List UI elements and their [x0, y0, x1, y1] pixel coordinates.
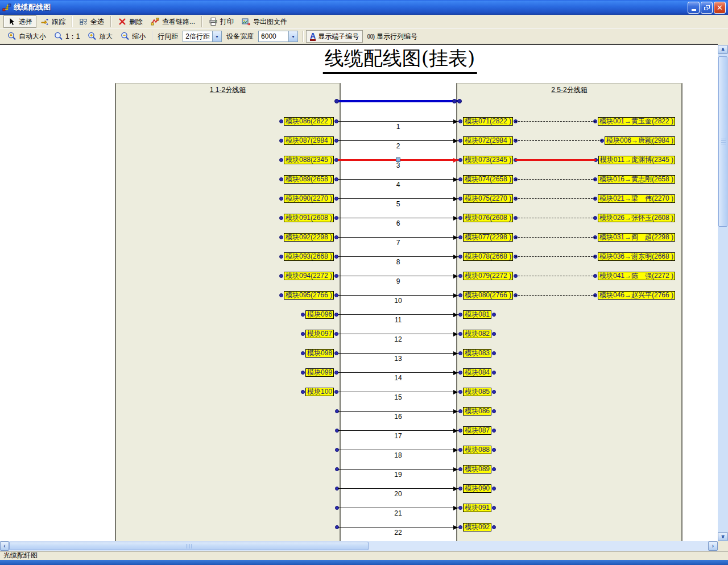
left-module-box[interactable]: 模块092(2298 ) — [284, 233, 334, 242]
cable-line[interactable] — [338, 218, 458, 218]
cable-line[interactable] — [338, 314, 458, 315]
delete-button[interactable]: 删除 — [114, 15, 147, 28]
minimize-button[interactable] — [688, 2, 700, 14]
cable-line[interactable] — [338, 256, 458, 257]
scroll-right-icon[interactable]: › — [708, 541, 718, 551]
cable-line[interactable] — [338, 334, 458, 334]
left-module-box[interactable]: 模块097 — [305, 330, 334, 338]
cable-line[interactable] — [338, 276, 458, 276]
show-terminal-number-button[interactable]: A 显示端子编号 — [306, 30, 363, 43]
left-module-box[interactable]: 模块089(2658 ) — [284, 175, 334, 184]
cable-line[interactable] — [515, 140, 602, 141]
middle-module-box[interactable]: 模块080(2766 ) — [463, 291, 513, 300]
right-module-box[interactable]: 模块046→赵兴平(2766 ) — [598, 291, 675, 300]
horizontal-scrollbar[interactable]: ‹ › — [0, 541, 718, 551]
export-image-button[interactable]: 导出图文件 — [238, 15, 291, 28]
right-module-box[interactable]: 模块021→梁 伟(2270 ) — [598, 194, 675, 203]
close-button[interactable]: ✕ — [714, 2, 726, 14]
select-all-button[interactable]: 全选 — [75, 15, 108, 28]
cable-line[interactable] — [515, 295, 595, 296]
left-module-box[interactable]: 模块098 — [305, 349, 334, 358]
cable-line[interactable] — [338, 179, 458, 180]
right-module-box[interactable]: 模块001→黄玉奎(2822 ) — [598, 117, 675, 126]
cable-line[interactable] — [515, 179, 595, 180]
scroll-down-icon[interactable]: ∨ — [718, 532, 728, 541]
middle-module-box[interactable]: 模块078(2668 ) — [463, 252, 513, 261]
middle-module-box[interactable]: 模块087 — [463, 426, 491, 435]
middle-module-box[interactable]: 模块088 — [463, 446, 491, 454]
cable-line[interactable] — [338, 353, 458, 354]
view-link-button[interactable]: 查看链路... — [147, 15, 199, 28]
vertical-scroll-thumb[interactable] — [718, 56, 727, 227]
cable-line[interactable] — [338, 140, 458, 141]
cable-line[interactable] — [338, 121, 458, 122]
diagram-canvas[interactable]: 线缆配线图(挂表) 1 1-2分线箱 2 5-2分线箱 模块086(2822 )… — [0, 44, 718, 541]
left-module-box[interactable]: 模块090(2270 ) — [284, 194, 334, 203]
cable-line[interactable] — [338, 508, 458, 508]
restore-button[interactable] — [701, 2, 713, 14]
middle-module-box[interactable]: 模块074(2658 ) — [463, 175, 513, 184]
cable-line[interactable] — [338, 488, 458, 489]
row-spacing-combobox[interactable]: 2倍行距 ▼ — [183, 31, 222, 42]
print-button[interactable]: 打印 — [205, 15, 238, 28]
cable-line[interactable] — [338, 295, 458, 296]
cable-line[interactable] — [338, 237, 458, 238]
left-module-box[interactable]: 模块093(2668 ) — [284, 252, 334, 261]
cable-line[interactable] — [515, 159, 596, 161]
dropdown-arrow-icon[interactable]: ▼ — [212, 31, 221, 41]
middle-module-box[interactable]: 模块072(2984 ) — [463, 136, 513, 145]
zoom-out-button[interactable]: 缩小 — [117, 30, 150, 43]
cable-line[interactable] — [515, 121, 595, 122]
right-module-box[interactable]: 模块036→谢东明(2668 ) — [598, 252, 675, 261]
zoom-in-button[interactable]: 放大 — [84, 30, 117, 43]
middle-module-box[interactable]: 模块083 — [463, 349, 491, 358]
middle-module-box[interactable]: 模块085 — [463, 388, 491, 396]
cable-line[interactable] — [338, 411, 458, 412]
left-module-box[interactable]: 模块095(2766 ) — [284, 291, 334, 300]
left-module-box[interactable]: 模块099 — [305, 368, 334, 377]
select-button[interactable]: 选择 — [3, 15, 36, 28]
auto-size-button[interactable]: A 自动大小 — [3, 30, 50, 43]
middle-module-box[interactable]: 模块081 — [463, 310, 491, 319]
middle-module-box[interactable]: 模块089 — [463, 465, 491, 473]
cable-line[interactable] — [338, 430, 458, 431]
horizontal-scroll-thumb[interactable] — [9, 542, 369, 550]
middle-module-box[interactable]: 模块071(2822 ) — [463, 117, 513, 126]
device-width-combobox[interactable]: 6000 ▼ — [258, 31, 298, 42]
scroll-left-icon[interactable]: ‹ — [0, 541, 9, 551]
left-module-box[interactable]: 模块087(2984 ) — [284, 136, 334, 145]
cable-line[interactable] — [338, 372, 458, 373]
left-module-box[interactable]: 模块091(2608 ) — [284, 214, 334, 222]
cable-line[interactable] — [515, 237, 595, 238]
cable-line[interactable] — [515, 198, 595, 199]
right-module-box[interactable]: 模块016→黄志刚(2658 ) — [598, 175, 675, 184]
right-module-box[interactable]: 模块026→张怀玉(2608 ) — [598, 214, 675, 222]
right-module-box[interactable]: 模块011→庞渊博(2345 ) — [598, 156, 675, 164]
one-to-one-button[interactable]: 1：1 — [50, 30, 84, 43]
middle-module-box[interactable]: 模块075(2270 ) — [463, 194, 513, 203]
cable-line[interactable] — [338, 198, 458, 199]
middle-module-box[interactable]: 模块077(2298 ) — [463, 233, 513, 242]
cable-line[interactable] — [338, 469, 458, 470]
cable-line[interactable] — [338, 527, 458, 527]
middle-module-box[interactable]: 模块076(2608 ) — [463, 214, 513, 222]
middle-module-box[interactable]: 模块092 — [463, 523, 491, 531]
middle-module-box[interactable]: 模块084 — [463, 368, 491, 377]
show-rowcol-number-button[interactable]: 00) 显示行列编号 — [363, 30, 421, 43]
right-module-box[interactable]: 模块041→陈 强(2272 ) — [598, 272, 675, 280]
middle-module-box[interactable]: 模块079(2272 ) — [463, 272, 513, 280]
cable-line[interactable] — [515, 218, 595, 218]
cable-line[interactable] — [515, 256, 595, 257]
dropdown-arrow-icon[interactable]: ▼ — [288, 31, 297, 41]
middle-module-box[interactable]: 模块086 — [463, 407, 491, 416]
middle-module-box[interactable]: 模块082 — [463, 330, 491, 338]
vertical-scrollbar[interactable]: ∧ ∨ — [718, 45, 728, 541]
middle-module-box[interactable]: 模块073(2345 ) — [463, 156, 513, 164]
left-module-box[interactable]: 模块096 — [305, 310, 334, 319]
left-module-box[interactable]: 模块086(2822 ) — [284, 117, 334, 126]
cable-line[interactable] — [515, 276, 595, 276]
middle-module-box[interactable]: 模块091 — [463, 504, 491, 512]
cable-line[interactable] — [338, 392, 458, 392]
right-module-box[interactable]: 模块006→唐颖(2984 ) — [605, 136, 675, 145]
middle-module-box[interactable]: 模块090 — [463, 484, 491, 493]
